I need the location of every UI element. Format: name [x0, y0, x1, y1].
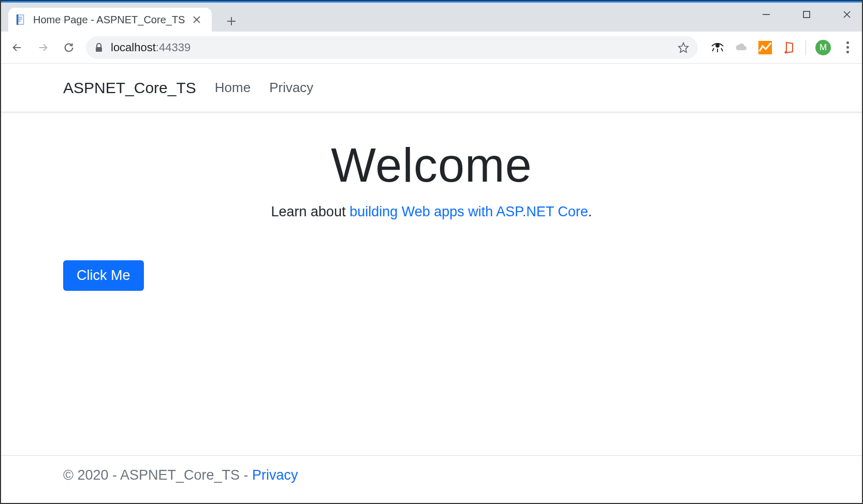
hero-section: Welcome Learn about building Web apps wi… [1, 112, 862, 220]
hero-lead-suffix: . [588, 204, 592, 219]
svg-point-22 [785, 51, 787, 53]
tab-favicon-icon [16, 14, 27, 25]
tab-strip: Home Page - ASPNET_Core_TS [1, 3, 862, 32]
address-bar[interactable]: localhost:44339 [86, 36, 698, 59]
svg-rect-3 [19, 21, 21, 22]
browser-toolbar: localhost:44339 M [1, 32, 862, 64]
profile-avatar[interactable]: M [815, 40, 831, 55]
browser-chrome: Home Page - ASPNET_Core_TS [1, 1, 862, 64]
back-button[interactable] [8, 39, 26, 56]
extension-eye-icon[interactable] [710, 40, 725, 55]
toolbar-divider [806, 40, 806, 55]
extension-analytics-icon[interactable] [758, 40, 772, 55]
hero-heading: Welcome [1, 138, 862, 192]
window-minimize-icon[interactable] [756, 7, 776, 22]
new-tab-button[interactable] [221, 11, 242, 32]
url-port: :44339 [156, 41, 191, 54]
svg-rect-15 [96, 47, 102, 52]
svg-point-17 [716, 44, 719, 47]
browser-menu-icon[interactable] [840, 41, 855, 53]
window-controls [756, 7, 857, 22]
hero-lead-prefix: Learn about [271, 204, 350, 219]
browser-tab[interactable]: Home Page - ASPNET_Core_TS [8, 8, 212, 32]
tab-close-icon[interactable] [191, 14, 202, 25]
reload-button[interactable] [60, 39, 78, 56]
window-close-icon[interactable] [837, 7, 857, 22]
click-me-button[interactable]: Click Me [63, 260, 144, 291]
hero-lead-link[interactable]: building Web apps with ASP.NET Core [349, 204, 588, 219]
hero-lead: Learn about building Web apps with ASP.N… [1, 204, 862, 220]
footer-text: © 2020 - ASPNET_Core_TS - [63, 467, 252, 483]
url-text: localhost:44339 [111, 41, 191, 54]
url-host: localhost [111, 41, 156, 54]
svg-marker-16 [679, 42, 688, 52]
svg-rect-2 [19, 19, 22, 20]
svg-rect-1 [19, 17, 22, 18]
footer-privacy-link[interactable]: Privacy [252, 467, 298, 483]
bookmark-star-icon[interactable] [677, 41, 690, 54]
svg-line-20 [721, 48, 723, 51]
extension-office-icon[interactable] [782, 40, 796, 55]
lock-icon [94, 43, 104, 52]
svg-rect-10 [803, 11, 810, 18]
tab-title: Home Page - ASPNET_Core_TS [33, 14, 185, 26]
svg-rect-4 [17, 14, 19, 25]
nav-link-home[interactable]: Home [215, 80, 251, 96]
page-content: ASPNET_Core_TS Home Privacy Welcome Lear… [1, 64, 862, 503]
profile-letter: M [820, 42, 827, 53]
brand-label[interactable]: ASPNET_Core_TS [63, 79, 196, 97]
nav-link-privacy[interactable]: Privacy [269, 80, 313, 96]
extensions-group: M [710, 40, 855, 55]
button-row: Click Me [1, 220, 862, 291]
extension-cloud-icon[interactable] [734, 40, 749, 55]
window-maximize-icon[interactable] [797, 7, 816, 22]
site-footer: © 2020 - ASPNET_Core_TS - Privacy [1, 455, 862, 503]
forward-button[interactable] [34, 39, 52, 56]
svg-line-18 [712, 48, 714, 51]
site-navbar: ASPNET_Core_TS Home Privacy [1, 64, 862, 112]
